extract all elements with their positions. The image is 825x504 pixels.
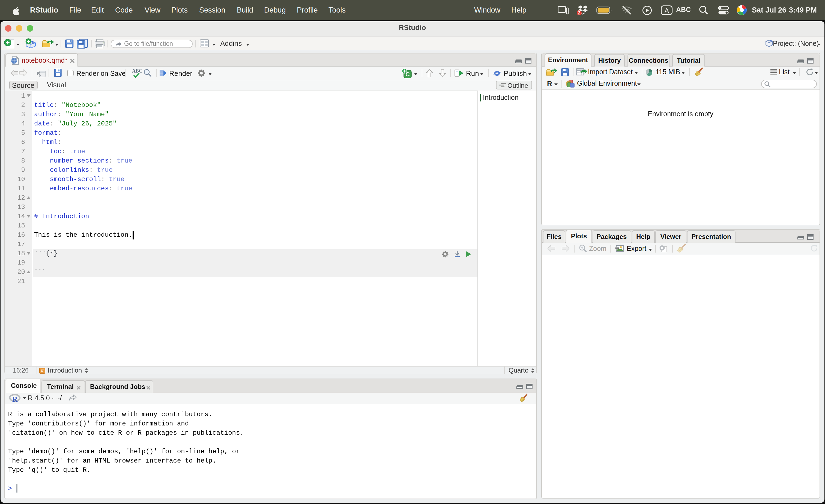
svg-text:R: R (31, 40, 34, 45)
svg-text:R: R (770, 39, 772, 42)
svg-text:A: A (665, 7, 669, 14)
svg-text:R: R (12, 395, 18, 403)
svg-text:2: 2 (578, 11, 581, 15)
